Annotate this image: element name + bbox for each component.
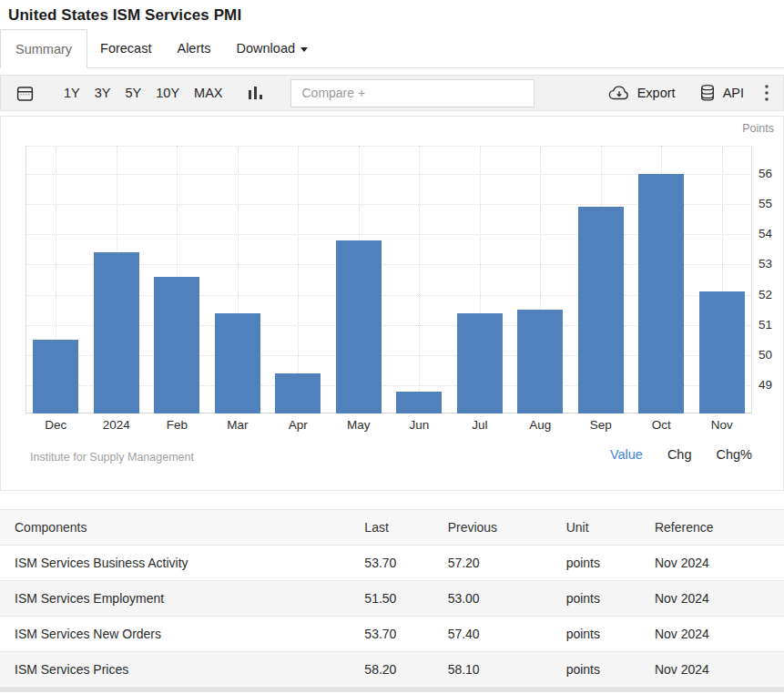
tab-label: Forecast <box>100 41 151 56</box>
cell-last: 58.20 <box>364 652 447 688</box>
page-header: United States ISM Services PMI <box>0 0 784 29</box>
api-database-icon <box>699 84 716 102</box>
tab-download[interactable]: Download <box>224 29 321 67</box>
api-label: API <box>723 86 744 100</box>
y-axis-tick-label: 53 <box>759 256 784 272</box>
chart-toolbar: 1Y3Y5Y10YMAX Export <box>0 75 784 111</box>
x-axis-tick-label: May <box>329 418 389 432</box>
column-chart-icon <box>248 85 263 101</box>
column-header-reference: Reference <box>655 510 784 546</box>
bar-oct[interactable] <box>638 174 684 413</box>
x-axis-tick-label: Jun <box>389 418 449 432</box>
table-header-row: ComponentsLastPreviousUnitReference <box>0 510 784 546</box>
tab-alerts[interactable]: Alerts <box>164 29 223 67</box>
column-header-previous: Previous <box>448 510 566 546</box>
table-row[interactable]: ISM Services Business Activity53.7057.20… <box>0 546 784 581</box>
bar-jun[interactable] <box>396 392 442 413</box>
x-axis-tick-label: Dec <box>25 418 86 432</box>
y-axis-tick-label: 51 <box>759 317 784 333</box>
cell-component: ISM Services Business Activity <box>0 546 364 581</box>
bar-nov[interactable] <box>699 291 745 413</box>
x-axis-tick-label: Oct <box>631 418 691 432</box>
column-header-unit: Unit <box>566 510 655 546</box>
cell-last: 53.70 <box>364 617 447 652</box>
cell-unit: points <box>566 581 655 617</box>
bar-may[interactable] <box>336 240 382 413</box>
toolbar-right: Export API <box>596 84 774 102</box>
view-option-value[interactable]: Value <box>610 447 643 462</box>
cell-reference: Nov 2024 <box>655 546 784 581</box>
cell-component: ISM Services Prices <box>0 652 364 688</box>
cell-unit: points <box>566 652 655 688</box>
cell-reference: Nov 2024 <box>655 581 784 617</box>
x-axis-tick-label: Sep <box>571 418 631 432</box>
export-button[interactable]: Export <box>596 85 687 101</box>
bar-2024[interactable] <box>94 252 139 413</box>
cell-reference: Nov 2024 <box>655 652 784 688</box>
v-gridline <box>419 146 420 413</box>
cell-previous: 58.10 <box>448 652 566 688</box>
chart-card: Points Institute for Supply Management V… <box>0 116 784 491</box>
range-selector: 1Y3Y5Y10YMAX <box>56 86 229 100</box>
tab-label: Alerts <box>177 41 210 56</box>
table-row[interactable]: ISM Services New Orders53.7057.40pointsN… <box>0 617 784 652</box>
y-axis-tick-label: 52 <box>759 287 784 303</box>
bar-dec[interactable] <box>33 340 78 413</box>
cell-last: 51.50 <box>364 581 447 617</box>
chart-type-button[interactable] <box>242 85 269 101</box>
y-axis-tick-label: 56 <box>759 166 784 182</box>
export-cloud-icon <box>608 85 630 101</box>
caret-down-icon <box>300 47 308 52</box>
cell-previous: 57.40 <box>448 617 566 652</box>
components-table: ComponentsLastPreviousUnitReference ISM … <box>0 509 784 688</box>
tab-bar: SummaryForecastAlertsDownload <box>0 29 784 68</box>
range-button-3y[interactable]: 3Y <box>87 86 118 100</box>
chart-view-options: ValueChgChg% <box>610 447 752 462</box>
x-axis-tick-label: Apr <box>268 418 328 432</box>
cell-previous: 53.00 <box>448 581 566 617</box>
chart-source-attribution: Institute for Supply Management <box>30 451 194 464</box>
api-button[interactable]: API <box>687 84 756 102</box>
table-row[interactable]: ISM Services Employment51.5053.00pointsN… <box>0 581 784 617</box>
tab-label: Download <box>237 41 296 56</box>
bottom-strip <box>0 688 784 692</box>
x-axis-tick-label: Mar <box>208 418 268 432</box>
bar-sep[interactable] <box>578 207 624 413</box>
range-button-1y[interactable]: 1Y <box>56 86 87 100</box>
column-header-components: Components <box>0 510 364 546</box>
bar-jul[interactable] <box>457 313 503 414</box>
x-axis-tick-label: 2024 <box>87 418 147 432</box>
components-table-section: ComponentsLastPreviousUnitReference ISM … <box>0 509 784 692</box>
x-axis-tick-label: Aug <box>510 418 570 432</box>
x-axis-tick-label: Nov <box>692 418 752 432</box>
range-button-5y[interactable]: 5Y <box>118 86 149 100</box>
calendar-button[interactable] <box>10 84 40 103</box>
y-axis-tick-label: 49 <box>759 377 784 393</box>
cell-unit: points <box>566 617 655 652</box>
y-axis-tick-label: 50 <box>759 347 784 363</box>
compare-input[interactable] <box>290 79 535 107</box>
compare-input-wrapper <box>290 79 535 107</box>
cell-last: 53.70 <box>364 546 447 581</box>
kebab-menu-icon <box>765 85 769 101</box>
cell-reference: Nov 2024 <box>655 617 784 652</box>
bar-apr[interactable] <box>275 373 321 413</box>
range-button-10y[interactable]: 10Y <box>148 86 187 100</box>
tab-summary[interactable]: Summary <box>0 29 87 68</box>
column-header-last: Last <box>364 510 447 546</box>
y-axis-tick-label: 55 <box>759 196 784 212</box>
table-row[interactable]: ISM Services Prices58.2058.10pointsNov 2… <box>0 652 784 688</box>
export-label: Export <box>637 86 676 100</box>
y-axis-unit-label: Points <box>742 122 774 135</box>
range-button-max[interactable]: MAX <box>187 86 229 100</box>
kebab-menu-button[interactable] <box>756 85 774 101</box>
tab-forecast[interactable]: Forecast <box>87 29 164 67</box>
bar-mar[interactable] <box>215 313 260 414</box>
bar-feb[interactable] <box>154 277 199 413</box>
view-option-chgpct[interactable]: Chg% <box>717 447 753 462</box>
tab-label: Summary <box>15 42 72 56</box>
cell-previous: 57.20 <box>448 546 566 581</box>
x-axis-tick-label: Jul <box>450 418 510 432</box>
bar-aug[interactable] <box>517 310 563 413</box>
view-option-chg[interactable]: Chg <box>667 447 692 462</box>
